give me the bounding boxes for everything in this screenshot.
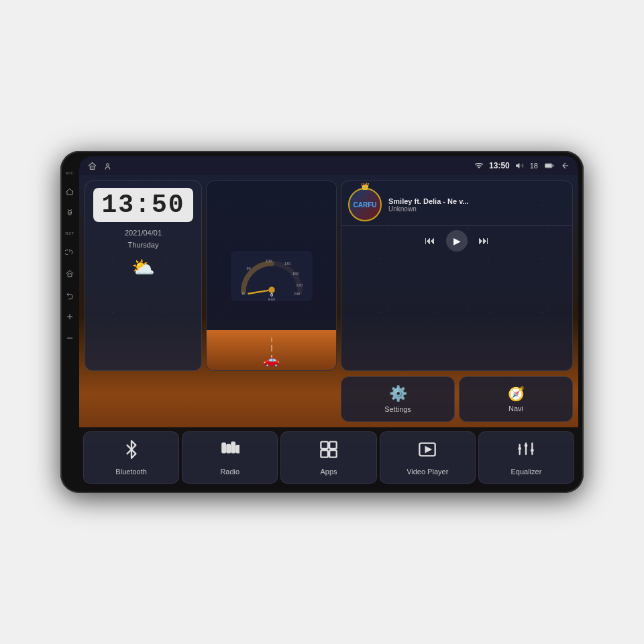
clock-widget: 13:50 2021/04/01 Thursday ⛅ [85,180,202,371]
android-button[interactable] [64,207,76,219]
settings-icon: ⚙️ [389,385,407,402]
next-button[interactable]: ⏭ [478,235,489,247]
bluetooth-icon [122,440,141,464]
svg-rect-29 [321,450,328,458]
navi-label: Navi [508,405,523,413]
svg-rect-26 [236,445,239,453]
equalizer-icon [517,440,535,464]
navi-widget[interactable]: 🧭 Navi [459,376,573,422]
vol-up-button[interactable] [64,311,76,323]
settings-widget[interactable]: ⚙️ Settings [341,376,455,422]
side-controls: MIC RST [60,151,79,493]
music-title: Smiley ft. Delia - Ne v... [388,197,566,205]
svg-text:140: 140 [284,261,290,265]
battery-icon [543,161,555,170]
navi-icon: 🧭 [508,386,525,402]
main-content: 13:50 2021/04/01 Thursday ⛅ [79,175,578,488]
display-screen: 13:50 18 [79,156,578,488]
radio-button[interactable]: Radio [182,431,278,484]
svg-point-0 [68,210,72,213]
radio-icon [221,440,239,464]
rst-label: RST [65,231,74,235]
svg-text:60: 60 [246,266,250,270]
svg-text:km/h: km/h [268,298,275,301]
radio-label: Radio [220,468,239,476]
svg-rect-10 [545,164,551,167]
status-bar: 13:50 18 [79,156,578,175]
home-button[interactable] [64,186,76,198]
clock-display: 13:50 [93,188,193,222]
clock-spacer [85,376,202,422]
back-icon[interactable] [561,161,570,170]
apps-icon [319,440,338,464]
weather-icon: ⛅ [131,256,155,278]
svg-rect-24 [227,445,230,453]
album-art-logo: CARFU [354,201,377,209]
svg-point-40 [525,443,528,447]
back-side-button[interactable] [64,289,76,301]
settings-label: Settings [384,405,411,413]
android-status-icon [103,161,113,171]
prev-button[interactable]: ⏮ [425,235,435,247]
svg-point-8 [107,163,109,166]
speedometer-widget: 0 60 100 140 180 220 240 0 km/h [206,180,337,371]
wifi-icon [474,161,484,170]
svg-line-1 [68,209,68,210]
car-icon: 🚗 [263,352,280,368]
svg-point-37 [519,447,522,450]
equalizer-label: Equalizer [511,468,541,476]
bluetooth-label: Bluetooth [115,468,146,476]
vol-down-button[interactable] [64,332,76,344]
clock-time: 13:50 [101,191,184,219]
svg-rect-23 [222,443,225,452]
svg-text:240: 240 [293,291,299,295]
bluetooth-button[interactable]: Bluetooth [83,431,179,484]
equalizer-button[interactable]: Equalizer [478,431,574,484]
status-time: 13:50 [489,161,510,170]
apps-label: Apps [320,468,337,476]
svg-rect-3 [68,274,72,277]
car-head-unit: MIC RST [60,151,584,493]
music-controls: ⏮ ▶ ⏭ [341,225,572,258]
album-art: 👑 CARFU [348,188,382,221]
svg-rect-7 [90,166,94,169]
svg-text:0: 0 [241,290,244,295]
music-widget: 👑 CARFU Smiley ft. Delia - Ne v... Unkno… [341,180,573,371]
mic-label: MIC [66,171,74,175]
svg-text:180: 180 [292,271,298,275]
svg-text:100: 100 [265,258,271,262]
road-scene: 🚗 [207,330,336,370]
volume-icon [515,161,525,170]
volume-level: 18 [530,162,538,170]
home2-button[interactable] [64,268,76,280]
play-button[interactable]: ▶ [446,230,468,252]
svg-rect-28 [329,441,337,449]
video-player-label: Video Player [407,468,448,476]
svg-line-2 [71,209,72,210]
speed-spacer [206,376,337,422]
svg-rect-25 [231,442,235,452]
video-player-button[interactable]: Video Player [380,431,476,484]
home-status-icon [87,161,97,171]
svg-text:0: 0 [270,292,272,298]
speedometer-gauge: 0 60 100 140 180 220 240 0 km/h [228,251,315,301]
music-info: Smiley ft. Delia - Ne v... Unknown [388,197,566,213]
svg-point-43 [531,448,534,451]
bottom-bar: Bluetooth Radio [79,427,578,488]
music-top: 👑 CARFU Smiley ft. Delia - Ne v... Unkno… [341,181,572,225]
apps-button[interactable]: Apps [280,431,376,484]
music-artist: Unknown [388,205,566,213]
svg-marker-34 [426,447,431,451]
power-button[interactable] [64,246,76,258]
video-player-icon [418,440,437,464]
status-right: 13:50 18 [474,161,570,170]
clock-date: 2021/04/01 Thursday [125,227,162,251]
settings-navi-row: ⚙️ Settings 🧭 Navi [79,376,578,427]
status-left-icons [87,161,113,171]
svg-text:220: 220 [296,282,302,286]
widgets-row: 13:50 2021/04/01 Thursday ⛅ [79,175,578,376]
svg-rect-27 [321,441,328,449]
svg-rect-30 [329,450,337,458]
